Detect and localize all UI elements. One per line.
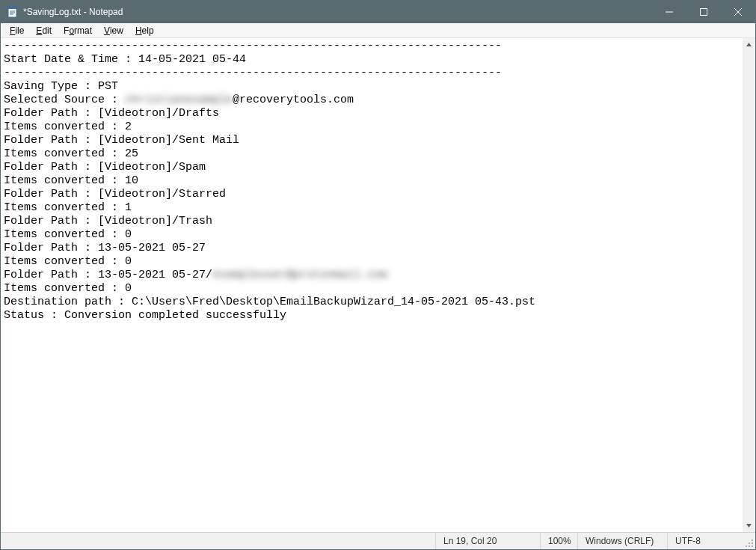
title-bar[interactable]: *SavingLog.txt - Notepad	[1, 1, 755, 23]
log-line: Folder Path : [Videotron]/Drafts	[4, 107, 219, 120]
log-line: Selected Source : christianexample@recov…	[4, 94, 354, 106]
menu-view[interactable]: View	[98, 24, 129, 37]
scroll-up-arrow-icon[interactable]	[743, 38, 755, 51]
log-line: Items converted : 0	[4, 228, 132, 241]
log-line: Destination path : C:\Users\Fred\Desktop…	[4, 296, 535, 308]
svg-point-9	[752, 540, 753, 541]
status-line-ending: Windows (CRLF)	[578, 533, 668, 549]
redacted-text: christianexample	[125, 94, 233, 106]
status-spacer	[1, 533, 436, 549]
scrollbar-track[interactable]	[743, 51, 755, 519]
log-line: Saving Type : PST	[4, 80, 118, 93]
window-title: *SavingLog.txt - Notepad	[23, 7, 123, 17]
svg-point-14	[752, 546, 753, 547]
svg-point-13	[749, 546, 750, 547]
log-line: Folder Path : [Videotron]/Starred	[4, 188, 226, 201]
notepad-icon	[7, 6, 19, 18]
log-line: Items converted : 10	[4, 174, 138, 187]
log-line: ----------------------------------------…	[4, 40, 502, 52]
svg-point-10	[749, 543, 750, 544]
log-line: Start Date & Time : 14-05-2021 05-44	[4, 53, 246, 66]
log-line: Folder Path : 13-05-2021 05-27/exampleus…	[4, 269, 387, 281]
svg-point-12	[746, 546, 747, 547]
scroll-down-arrow-icon[interactable]	[743, 519, 755, 532]
log-line: Folder Path : [Videotron]/Sent Mail	[4, 134, 239, 147]
status-position: Ln 19, Col 20	[436, 533, 541, 549]
status-encoding: UTF-8	[668, 533, 743, 549]
menu-edit[interactable]: Edit	[30, 24, 58, 37]
resize-grip-icon[interactable]	[743, 533, 755, 549]
log-line: Folder Path : 13-05-2021 05-27	[4, 242, 206, 254]
menu-format[interactable]: Format	[58, 24, 98, 37]
svg-rect-1	[8, 7, 16, 9]
text-editor[interactable]: ----------------------------------------…	[1, 38, 743, 532]
status-bar: Ln 19, Col 20 100% Windows (CRLF) UTF-8	[1, 532, 755, 549]
vertical-scrollbar[interactable]	[743, 38, 755, 532]
content-area: ----------------------------------------…	[1, 38, 755, 532]
notepad-window: *SavingLog.txt - Notepad File Edit Forma…	[0, 0, 756, 550]
log-line: Items converted : 25	[4, 147, 138, 160]
svg-point-11	[752, 543, 753, 544]
svg-rect-6	[701, 9, 707, 16]
log-line: Items converted : 0	[4, 282, 132, 295]
minimize-button[interactable]	[652, 1, 686, 23]
log-line: ----------------------------------------…	[4, 67, 502, 79]
close-button[interactable]	[721, 1, 755, 23]
window-controls	[652, 1, 755, 23]
menu-bar: File Edit Format View Help	[1, 23, 755, 38]
maximize-button[interactable]	[686, 1, 721, 23]
log-line: Folder Path : [Videotron]/Trash	[4, 215, 212, 227]
log-line: Folder Path : [Videotron]/Spam	[4, 161, 206, 174]
menu-file[interactable]: File	[4, 24, 30, 37]
menu-help[interactable]: Help	[129, 24, 160, 37]
text-content[interactable]: ----------------------------------------…	[4, 40, 740, 323]
log-line: Items converted : 2	[4, 120, 132, 133]
status-zoom: 100%	[541, 533, 578, 549]
redacted-text: exampleuser@protonmail.com	[212, 269, 387, 281]
log-line: Items converted : 0	[4, 255, 132, 268]
log-line: Status : Conversion completed successful…	[4, 309, 286, 322]
log-line: Items converted : 1	[4, 201, 132, 214]
